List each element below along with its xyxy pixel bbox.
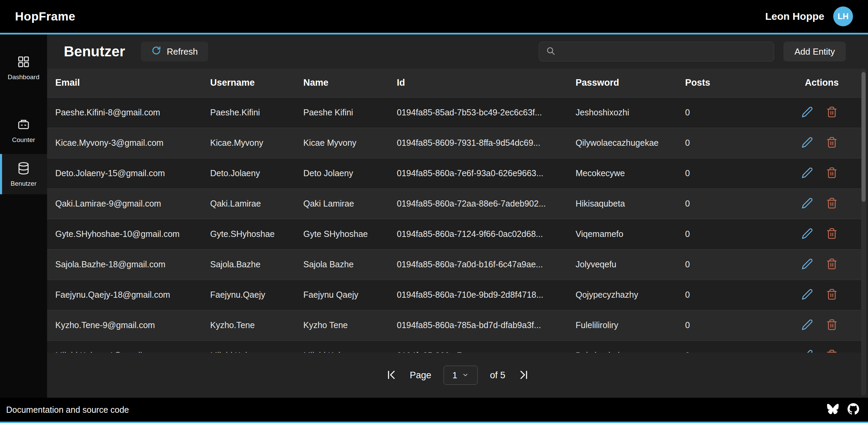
- delete-row-button[interactable]: [825, 197, 839, 211]
- cell-name: Gyte SHyhoshae: [295, 219, 389, 249]
- edit-row-button[interactable]: [800, 106, 814, 119]
- pencil-edit-icon: [801, 167, 813, 180]
- table-row[interactable]: Mijehi.Kalyvo-4@gmail.com Mijehi.Kalyvo …: [47, 340, 863, 353]
- edit-row-button[interactable]: [800, 319, 814, 332]
- search-input[interactable]: [560, 42, 767, 61]
- search-box: [539, 42, 774, 61]
- cell-actions: [779, 310, 863, 340]
- column-header-name: Name: [295, 69, 389, 97]
- scrollbar-thumb[interactable]: [862, 72, 866, 202]
- cell-name: Mijehi Kalyvo: [295, 340, 389, 353]
- trash-delete-icon: [826, 319, 838, 332]
- delete-row-button[interactable]: [825, 258, 839, 271]
- cell-email: Deto.Jolaeny-15@gmail.com: [47, 158, 202, 188]
- column-header-posts: Posts: [677, 69, 779, 97]
- table-row[interactable]: Sajola.Bazhe-18@gmail.com Sajola.Bazhe S…: [47, 249, 863, 280]
- cell-username: Sajola.Bazhe: [202, 249, 295, 280]
- cell-username: Gyte.SHyhoshae: [202, 219, 295, 249]
- app-window: HopFrame Leon Hoppe LH Dashboard Counter: [0, 0, 868, 423]
- bottom-accent-line: [0, 422, 868, 423]
- table-body: Paeshe.Kifini-8@gmail.com Paeshe.Kifini …: [47, 97, 863, 353]
- cell-actions: [779, 219, 863, 249]
- delete-row-button[interactable]: [825, 106, 839, 119]
- cell-name: Sajola Bazhe: [295, 249, 389, 280]
- main-content: Benutzer Refresh Add Entity: [47, 34, 868, 398]
- cell-id: 0194fa85-860a-785a-bd7d-dfab9a3f...: [389, 310, 567, 340]
- cell-name: Kicae Myvony: [295, 128, 389, 158]
- cell-email: Gyte.SHyhoshae-10@gmail.com: [47, 219, 202, 249]
- last-page-icon: [518, 369, 530, 382]
- cell-username: Deto.Jolaeny: [202, 158, 295, 188]
- cell-id: 0194fa85-85ad-7b53-bc49-2ec6c63f...: [389, 97, 567, 128]
- entity-table: Email Username Name Id Password Posts Ac…: [47, 69, 863, 353]
- user-menu[interactable]: Leon Hoppe LH: [765, 6, 853, 26]
- first-page-button[interactable]: [385, 369, 397, 382]
- page-total-label: of 5: [490, 370, 505, 381]
- table-row[interactable]: Deto.Jolaeny-15@gmail.com Deto.Jolaeny D…: [47, 158, 863, 188]
- cell-name: Qaki Lamirae: [295, 188, 389, 219]
- table-viewport: Email Username Name Id Password Posts Ac…: [47, 69, 868, 353]
- refresh-button[interactable]: Refresh: [141, 42, 208, 61]
- cell-email: Faejynu.Qaejy-18@gmail.com: [47, 280, 202, 310]
- chevron-down-icon: [462, 370, 469, 381]
- cell-username: Qaki.Lamirae: [202, 188, 295, 219]
- cell-email: Mijehi.Kalyvo-4@gmail.com: [47, 340, 202, 353]
- delete-row-button[interactable]: [825, 227, 839, 241]
- delete-row-button[interactable]: [825, 288, 839, 302]
- cell-username: Mijehi.Kalyvo: [202, 340, 295, 353]
- app-logo: HopFrame: [15, 10, 75, 23]
- edit-row-button[interactable]: [800, 349, 814, 353]
- edit-row-button[interactable]: [800, 197, 814, 211]
- cell-password: Fuleliliroliry: [567, 310, 677, 340]
- pencil-edit-icon: [801, 258, 813, 271]
- last-page-button[interactable]: [518, 369, 530, 382]
- trash-delete-icon: [826, 349, 838, 353]
- cell-posts: 0: [677, 188, 779, 219]
- github-link[interactable]: [848, 403, 859, 416]
- table-row[interactable]: Paeshe.Kifini-8@gmail.com Paeshe.Kifini …: [47, 97, 863, 128]
- trash-delete-icon: [826, 288, 838, 301]
- page-number-select[interactable]: 1: [444, 366, 478, 385]
- table-row[interactable]: Kyzho.Tene-9@gmail.com Kyzho.Tene Kyzho …: [47, 310, 863, 340]
- cell-password: Jolyveqefu: [567, 249, 677, 280]
- cell-password: Qojypecyzhazhy: [567, 280, 677, 310]
- add-entity-label: Add Entity: [794, 46, 835, 57]
- cell-posts: 0: [677, 219, 779, 249]
- database-icon: [17, 161, 30, 177]
- delete-row-button[interactable]: [825, 319, 839, 332]
- table-row[interactable]: Kicae.Myvony-3@gmail.com Kicae.Myvony Ki…: [47, 128, 863, 158]
- pencil-edit-icon: [801, 319, 813, 332]
- edit-row-button[interactable]: [800, 167, 814, 180]
- edit-row-button[interactable]: [800, 288, 814, 302]
- avatar[interactable]: LH: [833, 6, 853, 26]
- sidebar-item-label: Benutzer: [11, 180, 37, 187]
- trash-delete-icon: [826, 106, 838, 119]
- delete-row-button[interactable]: [825, 349, 839, 353]
- edit-row-button[interactable]: [800, 258, 814, 271]
- first-page-icon: [385, 369, 397, 382]
- cell-email: Kyzho.Tene-9@gmail.com: [47, 310, 202, 340]
- cell-posts: 0: [677, 340, 779, 353]
- cell-id: 0194fa85-860a-7e6f-93a0-626e9663...: [389, 158, 567, 188]
- delete-row-button[interactable]: [825, 167, 839, 180]
- column-header-username: Username: [202, 69, 295, 97]
- table-row[interactable]: Gyte.SHyhoshae-10@gmail.com Gyte.SHyhosh…: [47, 219, 863, 249]
- footer-docs-link[interactable]: Documentation and source code: [6, 405, 129, 415]
- sidebar-item-dashboard[interactable]: Dashboard: [0, 47, 47, 88]
- vertical-scrollbar[interactable]: [861, 69, 866, 396]
- cell-actions: [779, 128, 863, 158]
- cell-actions: [779, 340, 863, 353]
- trash-delete-icon: [826, 167, 838, 180]
- add-entity-button[interactable]: Add Entity: [783, 42, 846, 61]
- edit-row-button[interactable]: [800, 136, 814, 150]
- table-row[interactable]: Qaki.Lamirae-9@gmail.com Qaki.Lamirae Qa…: [47, 188, 863, 219]
- sidebar-item-counter[interactable]: Counter: [0, 110, 47, 151]
- edit-row-button[interactable]: [800, 227, 814, 241]
- column-header-email: Email: [47, 69, 202, 97]
- bluesky-link[interactable]: [827, 403, 839, 416]
- sidebar-item-label: Dashboard: [8, 73, 40, 81]
- delete-row-button[interactable]: [825, 136, 839, 150]
- table-row[interactable]: Faejynu.Qaejy-18@gmail.com Faejynu.Qaejy…: [47, 280, 863, 310]
- github-icon: [848, 403, 859, 416]
- sidebar-item-benutzer[interactable]: Benutzer: [0, 154, 47, 194]
